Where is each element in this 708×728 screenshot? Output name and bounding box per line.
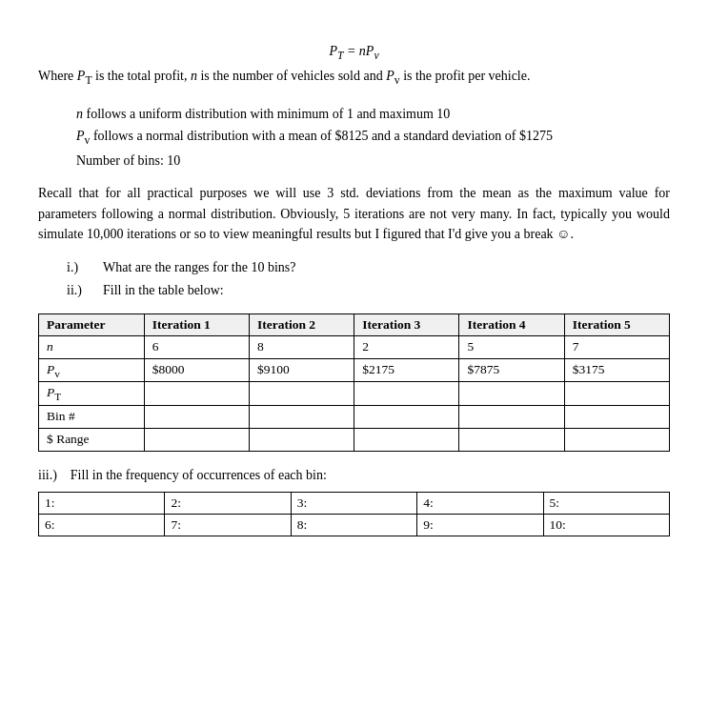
table-cell-value: 5: [459, 335, 564, 358]
q-text-ii: Fill in the table below:: [103, 279, 224, 302]
table-cell-value: $3175: [564, 358, 669, 382]
table-cell-value: [459, 382, 564, 406]
table-row: Pv$8000$9100$2175$7875$3175: [39, 358, 670, 382]
table-cell-value: [249, 428, 354, 451]
col-header-iter3: Iteration 3: [354, 313, 459, 335]
col-header-iter2: Iteration 2: [249, 313, 354, 335]
table-row: Bin #: [39, 405, 670, 428]
freq-cell: 5:: [543, 492, 669, 514]
table-cell-label: n: [39, 335, 145, 358]
table-cell-value: [354, 428, 459, 451]
freq-cell: 10:: [543, 514, 669, 536]
table-cell-value: 2: [354, 335, 459, 358]
recall-paragraph: Recall that for all practical purposes w…: [38, 183, 670, 245]
freq-cell: 4:: [417, 492, 543, 514]
table-cell-value: [564, 428, 669, 451]
table-cell-value: [249, 405, 354, 428]
bullet-bins: Number of bins: 10: [76, 150, 670, 172]
col-header-iter5: Iteration 5: [564, 313, 669, 335]
freq-cell: 8:: [291, 514, 416, 536]
table-cell-value: [144, 382, 249, 406]
table-header-row: Parameter Iteration 1 Iteration 2 Iterat…: [39, 313, 670, 335]
table-cell-value: 7: [564, 335, 669, 358]
freq-cell: 3:: [291, 492, 416, 514]
table-cell-value: [459, 405, 564, 428]
bullet-pv: Pv follows a normal distribution with a …: [76, 125, 670, 150]
q-num-ii: ii.): [67, 279, 93, 302]
freq-cell: 1:: [39, 492, 165, 514]
table-cell-value: [354, 382, 459, 406]
question-ii: ii.) Fill in the table below:: [67, 279, 670, 302]
table-row: PT: [39, 382, 670, 406]
where-line: Where PT is the total profit, n is the n…: [38, 66, 670, 90]
table-cell-value: [144, 428, 249, 451]
freq-label: iii.) Fill in the frequency of occurrenc…: [38, 465, 670, 486]
table-cell-value: 8: [249, 335, 354, 358]
formula: PT = nPv: [329, 44, 378, 58]
table-cell-value: [144, 405, 249, 428]
freq-table-row: 1:2:3:4:5:: [39, 492, 670, 514]
questions-block: i.) What are the ranges for the 10 bins?…: [67, 256, 670, 302]
freq-cell: 7:: [165, 514, 291, 536]
freq-table: 1:2:3:4:5:6:7:8:9:10:: [38, 492, 670, 536]
question-i: i.) What are the ranges for the 10 bins?: [67, 256, 670, 279]
table-cell-label: PT: [39, 382, 145, 406]
col-header-parameter: Parameter: [39, 313, 145, 335]
freq-cell: 6:: [39, 514, 165, 536]
bullet-block: n follows a uniform distribution with mi…: [76, 103, 670, 172]
table-cell-value: $2175: [354, 358, 459, 382]
table-cell-value: [564, 382, 669, 406]
col-header-iter1: Iteration 1: [144, 313, 249, 335]
table-cell-value: $7875: [459, 358, 564, 382]
freq-table-row: 6:7:8:9:10:: [39, 514, 670, 536]
table-cell-value: $8000: [144, 358, 249, 382]
table-cell-label: Bin #: [39, 405, 145, 428]
table-cell-label: Pv: [39, 358, 145, 382]
freq-section: iii.) Fill in the frequency of occurrenc…: [38, 465, 670, 536]
formula-line: PT = nPv: [38, 44, 670, 62]
freq-cell: 9:: [417, 514, 543, 536]
col-header-iter4: Iteration 4: [459, 313, 564, 335]
q-text-i: What are the ranges for the 10 bins?: [103, 256, 296, 279]
table-row: $ Range: [39, 428, 670, 451]
table-row: n68257: [39, 335, 670, 358]
freq-cell: 2:: [165, 492, 291, 514]
table-cell-value: [354, 405, 459, 428]
table-cell-value: [564, 405, 669, 428]
bullet-n: n follows a uniform distribution with mi…: [76, 103, 670, 125]
table-cell-label: $ Range: [39, 428, 145, 451]
table-cell-value: 6: [144, 335, 249, 358]
q-num-i: i.): [67, 256, 93, 279]
table-cell-value: [249, 382, 354, 406]
table-cell-value: [459, 428, 564, 451]
main-table: Parameter Iteration 1 Iteration 2 Iterat…: [38, 313, 670, 452]
table-cell-value: $9100: [249, 358, 354, 382]
